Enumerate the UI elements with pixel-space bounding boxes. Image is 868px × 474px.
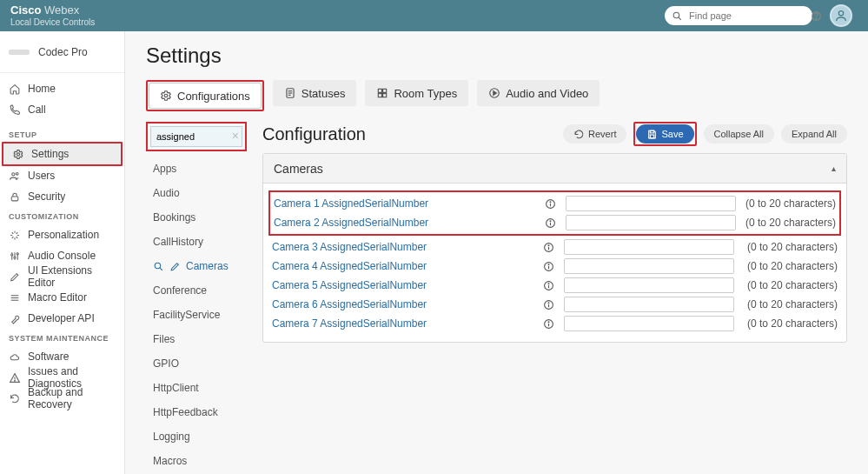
edit-icon [169,261,181,272]
sidebar-item-software[interactable]: Software [0,346,124,367]
brand-name: Cisco [10,3,41,17]
info-icon[interactable] [543,197,557,210]
sidebar-item-security[interactable]: Security [0,186,124,207]
clear-filter-icon[interactable]: × [232,129,239,143]
config-row: Camera 2 AssignedSerialNumber(0 to 20 ch… [274,213,836,232]
info-icon[interactable] [543,217,557,229]
config-hint: (0 to 20 characters) [745,217,836,229]
grid-icon [376,87,388,99]
document-icon [284,87,296,99]
filter-item-httpfeedback[interactable]: HttpFeedback [146,400,247,424]
info-icon[interactable] [541,279,555,291]
filter-item-bookings[interactable]: Bookings [146,205,247,230]
config-label[interactable]: Camera 5 AssignedSerialNumber [272,279,533,291]
highlight-config-rows: Camera 1 AssignedSerialNumber(0 to 20 ch… [268,190,841,236]
filter-item-gpio[interactable]: GPIO [146,351,247,376]
config-input[interactable] [566,215,736,230]
svg-rect-26 [383,89,387,92]
sidebar-item-macro-editor[interactable]: Macro Editor [0,287,124,308]
filter-item-logging[interactable]: Logging [146,424,247,449]
highlight-configurations-tab: Configurations [146,80,264,111]
filter-item-conference[interactable]: Conference [146,278,247,303]
revert-button[interactable]: Revert [563,124,626,144]
sidebar-item-call[interactable]: Call [0,99,124,120]
pencil-icon [9,271,21,283]
config-label[interactable]: Camera 2 AssignedSerialNumber [274,217,534,229]
config-label[interactable]: Camera 4 AssignedSerialNumber [272,260,533,272]
config-input[interactable] [564,239,734,255]
svg-rect-34 [651,135,654,138]
page-title: Settings [146,43,847,68]
main-content: Settings Configurations Statuses Room Ty… [125,31,868,474]
sidebar-item-settings[interactable]: Settings [3,144,121,164]
svg-rect-8 [11,196,18,200]
config-hint: (0 to 20 characters) [745,197,836,210]
filter-item-facilityservice[interactable]: FacilityService [146,303,247,327]
lock-icon [9,191,21,203]
help-icon[interactable] [811,10,826,22]
info-icon[interactable] [541,241,555,253]
search-box[interactable] [665,6,812,25]
sidebar-item-personalization[interactable]: Personalization [0,224,124,245]
config-row: Camera 7 AssignedSerialNumber(0 to 20 ch… [272,314,838,333]
tabs: Configurations Statuses Room Types Audio… [146,80,847,111]
svg-rect-25 [379,89,382,92]
config-label[interactable]: Camera 7 AssignedSerialNumber [272,317,533,330]
filter-item-macros[interactable]: Macros [146,449,247,473]
svg-point-43 [548,245,549,246]
config-input[interactable] [564,277,734,293]
sidebar-item-ui-extensions[interactable]: UI Extensions Editor [0,266,124,287]
filter-item-httpclient[interactable]: HttpClient [146,376,247,400]
svg-point-20 [164,94,168,97]
user-avatar[interactable] [830,4,852,27]
config-hint: (0 to 20 characters) [747,279,838,291]
filter-item-audio[interactable]: Audio [146,181,247,205]
config-input[interactable] [564,297,734,312]
config-input[interactable] [564,316,734,331]
tab-audio-video[interactable]: Audio and Video [477,80,600,106]
config-row: Camera 4 AssignedSerialNumber(0 to 20 ch… [272,257,838,276]
svg-point-31 [155,263,161,269]
collapse-all-button[interactable]: Collapse All [704,124,774,144]
svg-line-32 [160,268,162,270]
config-label[interactable]: Camera 1 AssignedSerialNumber [274,197,534,210]
save-button[interactable]: Save [636,124,693,144]
filter-item-callhistory[interactable]: CallHistory [146,230,247,254]
config-row: Camera 5 AssignedSerialNumber(0 to 20 ch… [272,276,838,295]
brand-product: Webex [44,3,79,17]
sidebar-item-backup[interactable]: Backup and Recovery [0,388,124,409]
tab-configurations[interactable]: Configurations [149,83,262,109]
cloud-icon [9,351,21,363]
search-input[interactable] [687,10,811,22]
config-hint: (0 to 20 characters) [747,260,838,272]
config-label[interactable]: Camera 3 AssignedSerialNumber [272,241,533,253]
svg-point-37 [550,202,551,203]
sidebar-item-home[interactable]: Home [0,78,124,99]
tab-room-types[interactable]: Room Types [365,80,468,106]
config-hint: (0 to 20 characters) [747,241,838,253]
sidebar-item-issues[interactable]: Issues and Diagnostics [0,367,124,388]
config-input[interactable] [566,196,736,211]
device-name: Codec Pro [38,46,88,58]
config-input[interactable] [564,258,734,274]
restore-icon [9,393,21,404]
info-icon[interactable] [541,260,555,272]
sidebar-item-audio-console[interactable]: Audio Console [0,245,124,266]
filter-column: × AppsAudioBookingsCallHistoryCamerasCon… [146,122,247,474]
expand-all-button[interactable]: Expand All [781,124,847,144]
sidebar-item-users[interactable]: Users [0,165,124,186]
filter-input[interactable] [150,126,242,147]
panel-header[interactable]: Cameras ▴ [263,154,846,184]
sidebar-item-developer-api[interactable]: Developer API [0,308,124,329]
info-icon[interactable] [541,298,555,310]
filter-item-files[interactable]: Files [146,327,247,351]
highlight-filter-input: × [146,122,247,151]
filter-item-cameras[interactable]: Cameras [146,254,247,278]
tab-statuses[interactable]: Statuses [273,80,357,106]
svg-point-46 [548,264,549,265]
config-row: Camera 1 AssignedSerialNumber(0 to 20 ch… [274,194,836,213]
filter-item-apps[interactable]: Apps [146,157,247,181]
list-icon [9,292,21,304]
info-icon[interactable] [541,317,555,330]
config-label[interactable]: Camera 6 AssignedSerialNumber [272,298,533,310]
